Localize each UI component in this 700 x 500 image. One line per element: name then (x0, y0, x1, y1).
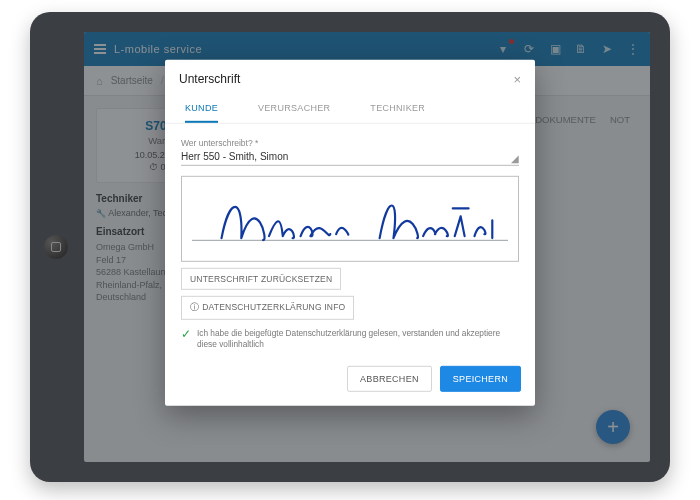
save-button[interactable]: SPEICHERN (440, 366, 521, 392)
device-home-button[interactable] (44, 235, 68, 259)
reset-signature-button[interactable]: UNTERSCHRIFT ZURÜCKSETZEN (181, 268, 341, 290)
signature-stroke (182, 177, 518, 262)
close-icon[interactable]: × (513, 72, 521, 87)
privacy-info-button[interactable]: ⓘDATENSCHUTZERKLÄRUNG INFO (181, 296, 354, 320)
checkmark-icon: ✓ (181, 328, 191, 340)
consent-text: Ich habe die beigefügte Datenschutzerklä… (197, 328, 519, 350)
signer-input[interactable] (181, 148, 519, 166)
tab-causer[interactable]: VERURSACHER (258, 95, 330, 123)
signature-canvas[interactable] (181, 176, 519, 262)
signature-dialog: Unterschrift × KUNDE VERURSACHER TECHNIK… (165, 60, 535, 406)
dialog-title: Unterschrift (179, 72, 240, 86)
consent-row[interactable]: ✓ Ich habe die beigefügte Datenschutzerk… (181, 328, 519, 350)
tab-technician[interactable]: TECHNIKER (370, 95, 425, 123)
info-icon: ⓘ (190, 302, 199, 312)
dialog-tabs: KUNDE VERURSACHER TECHNIKER (165, 95, 535, 124)
signer-label: Wer unterschreibt? * (181, 138, 519, 148)
tab-customer[interactable]: KUNDE (185, 95, 218, 123)
tablet-device-frame: L-mobile service ▾ ⟳ ▣ 🗎 ➤ ⋮ ⌂ Startseit… (30, 12, 670, 482)
cancel-button[interactable]: ABBRECHEN (347, 366, 432, 392)
resize-handle-icon[interactable]: ◢ (511, 153, 519, 164)
